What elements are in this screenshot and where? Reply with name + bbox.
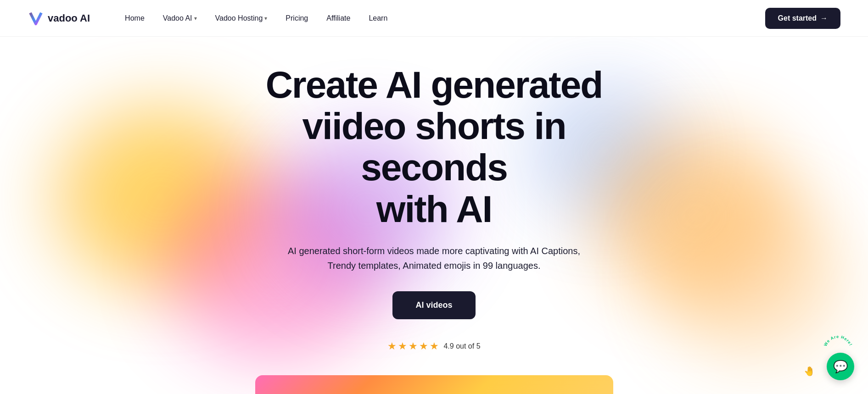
hand-emoji: 🤚 bbox=[804, 366, 815, 377]
nav-pricing[interactable]: Pricing bbox=[278, 11, 315, 26]
chat-widget-container: We Are Here! 🤚 💬 bbox=[799, 344, 854, 380]
hero-section: Create AI generated viideo shorts in sec… bbox=[0, 37, 868, 394]
nav-vadoo-ai[interactable]: Vadoo AI ▾ bbox=[156, 11, 204, 26]
chevron-down-icon: ▾ bbox=[194, 15, 197, 22]
svg-text:We Are Here!: We Are Here! bbox=[823, 334, 853, 347]
nav-affiliate[interactable]: Affiliate bbox=[319, 11, 358, 26]
star-2: ★ bbox=[398, 340, 407, 352]
star-4: ★ bbox=[419, 340, 428, 352]
logo-text: vadoo AI bbox=[48, 12, 90, 24]
chat-widget: We Are Here! 🤚 💬 bbox=[799, 344, 854, 380]
hero-subtitle: AI generated short-form videos made more… bbox=[274, 244, 595, 273]
hero-content: Create AI generated viideo shorts in sec… bbox=[228, 64, 641, 371]
get-started-button[interactable]: Get started → bbox=[765, 8, 840, 29]
rating-container: ★ ★ ★ ★ ★ 4.9 out of 5 bbox=[387, 340, 480, 352]
chevron-down-icon: ▾ bbox=[264, 15, 267, 22]
ai-videos-button[interactable]: AI videos bbox=[392, 291, 475, 319]
chat-icon: 💬 bbox=[833, 360, 848, 374]
nav-links: Home Vadoo AI ▾ Vadoo Hosting ▾ Pricing … bbox=[118, 11, 395, 26]
navbar: vadoo AI Home Vadoo AI ▾ Vadoo Hosting ▾… bbox=[0, 0, 868, 37]
logo-icon bbox=[28, 10, 44, 27]
hero-title: Create AI generated viideo shorts in sec… bbox=[228, 64, 641, 230]
star-1: ★ bbox=[387, 340, 397, 352]
logo[interactable]: vadoo AI bbox=[28, 10, 90, 27]
star-3: ★ bbox=[409, 340, 418, 352]
stars: ★ ★ ★ ★ ★ bbox=[387, 340, 439, 352]
nav-vadoo-hosting[interactable]: Vadoo Hosting ▾ bbox=[208, 11, 275, 26]
navbar-left: vadoo AI Home Vadoo AI ▾ Vadoo Hosting ▾… bbox=[28, 10, 395, 27]
chat-button[interactable]: 💬 bbox=[827, 353, 854, 380]
nav-learn[interactable]: Learn bbox=[361, 11, 395, 26]
star-5: ★ bbox=[430, 340, 439, 352]
preview-bar bbox=[255, 375, 613, 394]
rating-text: 4.9 out of 5 bbox=[443, 342, 480, 350]
nav-home[interactable]: Home bbox=[118, 11, 152, 26]
